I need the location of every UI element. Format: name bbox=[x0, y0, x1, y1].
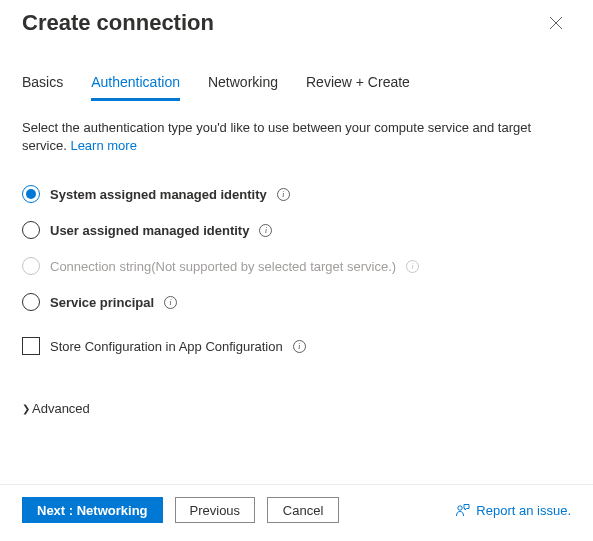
tab-networking[interactable]: Networking bbox=[208, 74, 278, 101]
label-store-config: Store Configuration in App Configuration bbox=[50, 339, 283, 354]
close-button[interactable] bbox=[541, 8, 571, 38]
close-icon bbox=[549, 16, 563, 30]
info-icon[interactable]: i bbox=[259, 224, 272, 237]
advanced-toggle[interactable]: ❯ Advanced bbox=[0, 355, 593, 416]
cancel-button[interactable]: Cancel bbox=[267, 497, 339, 523]
option-user-identity[interactable]: User assigned managed identity i bbox=[22, 221, 571, 239]
page-title: Create connection bbox=[22, 10, 214, 36]
tab-bar: Basics Authentication Networking Review … bbox=[0, 38, 593, 101]
person-feedback-icon bbox=[456, 503, 470, 517]
previous-button[interactable]: Previous bbox=[175, 497, 256, 523]
next-button[interactable]: Next : Networking bbox=[22, 497, 163, 523]
option-system-identity[interactable]: System assigned managed identity i bbox=[22, 185, 571, 203]
tab-authentication[interactable]: Authentication bbox=[91, 74, 180, 101]
label-connection-string: Connection string(Not supported by selec… bbox=[50, 259, 396, 274]
radio-connection-string bbox=[22, 257, 40, 275]
chevron-right-icon: ❯ bbox=[22, 403, 30, 414]
info-icon[interactable]: i bbox=[277, 188, 290, 201]
learn-more-link[interactable]: Learn more bbox=[70, 138, 136, 153]
radio-service-principal[interactable] bbox=[22, 293, 40, 311]
advanced-label: Advanced bbox=[32, 401, 90, 416]
footer: Next : Networking Previous Cancel Report… bbox=[0, 485, 593, 541]
svg-point-2 bbox=[458, 506, 462, 510]
radio-user-identity[interactable] bbox=[22, 221, 40, 239]
info-icon[interactable]: i bbox=[293, 340, 306, 353]
tab-description: Select the authentication type you'd lik… bbox=[0, 101, 593, 155]
connection-string-note: (Not supported by selected target servic… bbox=[151, 259, 396, 274]
store-config-row[interactable]: Store Configuration in App Configuration… bbox=[0, 311, 593, 355]
option-service-principal[interactable]: Service principal i bbox=[22, 293, 571, 311]
info-icon[interactable]: i bbox=[164, 296, 177, 309]
label-user-identity: User assigned managed identity bbox=[50, 223, 249, 238]
label-service-principal: Service principal bbox=[50, 295, 154, 310]
label-system-identity: System assigned managed identity bbox=[50, 187, 267, 202]
info-icon[interactable]: i bbox=[406, 260, 419, 273]
report-issue-link[interactable]: Report an issue. bbox=[456, 503, 571, 518]
report-issue-label: Report an issue. bbox=[476, 503, 571, 518]
option-connection-string: Connection string(Not supported by selec… bbox=[22, 257, 571, 275]
tab-basics[interactable]: Basics bbox=[22, 74, 63, 101]
radio-system-identity[interactable] bbox=[22, 185, 40, 203]
tab-review[interactable]: Review + Create bbox=[306, 74, 410, 101]
checkbox-store-config[interactable] bbox=[22, 337, 40, 355]
auth-options: System assigned managed identity i User … bbox=[0, 155, 593, 311]
